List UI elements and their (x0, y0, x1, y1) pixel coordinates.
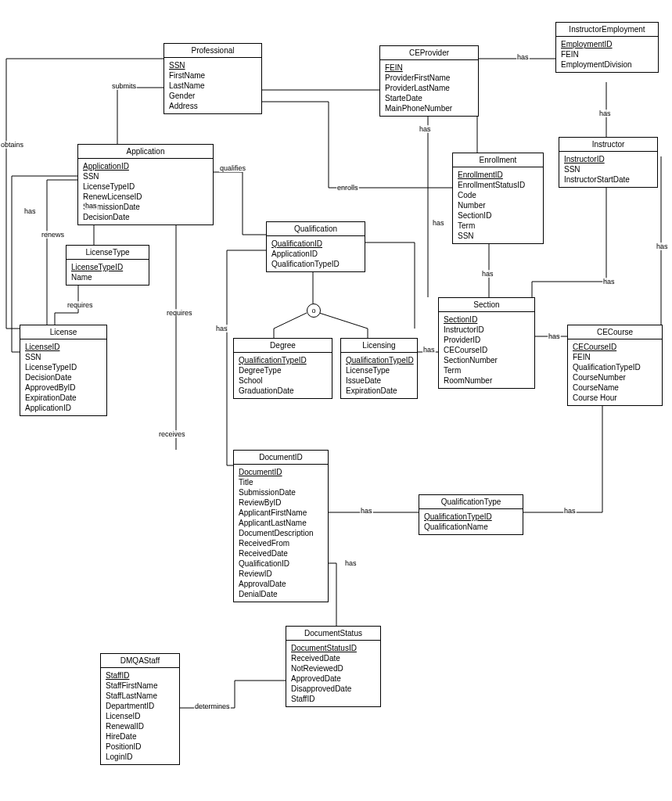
attr: QualificationTypeID (271, 259, 360, 269)
attr: LicenseTypeID (83, 181, 208, 192)
attr: Term (458, 221, 538, 231)
attr: InstructorStartDate (564, 174, 652, 185)
attr: LastName (169, 81, 257, 91)
attr: School (239, 375, 327, 386)
attr: Address (169, 101, 257, 111)
label-renews: renews (41, 231, 65, 239)
entity-documentid: DocumentID DocumentID Title SubmissionDa… (233, 450, 329, 602)
attr: ApprovalDate (239, 579, 323, 589)
attr: DepartmentID (106, 701, 174, 711)
entity-enrollment: Enrollment EnrollmentID EnrollmentStatus… (452, 153, 544, 244)
label-has: has (360, 507, 373, 515)
attr: ApplicantLastName (239, 518, 323, 528)
attr: DecisionDate (25, 372, 102, 383)
attr: DisapprovedDate (291, 684, 376, 694)
label-qualifies: qualifies (219, 164, 246, 172)
attr: ReviewByID (239, 497, 323, 508)
label-requires: requires (166, 309, 193, 317)
entity-title: Professional (164, 44, 261, 58)
attr: SubmissionDate (239, 487, 323, 497)
label-has: has (481, 270, 494, 278)
entity-title: Licensing (341, 339, 417, 353)
pk: ApplicationID (83, 161, 208, 171)
attr: ProviderID (444, 335, 530, 345)
entity-qualificationtype: QualificationType QualificationTypeID Qu… (419, 494, 523, 535)
isa-circle: o (307, 304, 321, 318)
attr: ProviderLastName (385, 83, 473, 93)
entity-title: Enrollment (453, 153, 543, 167)
label-has: has (548, 332, 561, 340)
entity-title: Section (439, 298, 534, 312)
entity-title: Instructor (559, 138, 657, 152)
label-has: has (23, 207, 37, 215)
attr: InstructorID (444, 325, 530, 335)
entity-degree: Degree QualificationTypeID DegreeType Sc… (233, 338, 332, 399)
entity-instructor: Instructor InstructorID SSN InstructorSt… (559, 137, 658, 188)
attr: ApprovedDate (291, 673, 376, 684)
pk: QualificationTypeID (346, 355, 412, 365)
attr: ApplicationID (271, 249, 360, 259)
attr: PositionID (106, 742, 174, 752)
entity-title: License (20, 325, 106, 339)
pk: LicenseID (25, 342, 102, 352)
label-obtains: obtains (0, 141, 24, 149)
attr: SubmissionDate (83, 202, 208, 212)
attr: DenialDate (239, 589, 323, 599)
pk: EnrollmentID (458, 170, 538, 180)
attr: ExpirationDate (25, 393, 102, 403)
pk: SSN (169, 60, 257, 70)
attr: ReviewID (239, 569, 323, 579)
pk: DocumentStatusID (291, 643, 376, 653)
attr: SSN (83, 171, 208, 181)
attr: DecisionDate (83, 212, 208, 222)
attr: FEIN (561, 49, 653, 59)
attr: DocumentDescription (239, 528, 323, 538)
attr: MainPhoneNumber (385, 103, 473, 113)
pk: EmploymentID (561, 39, 653, 49)
attr: SSN (564, 164, 652, 174)
attr: NotReviewedD (291, 663, 376, 673)
label-has: has (432, 219, 445, 227)
entity-documentstatus: DocumentStatus DocumentStatusID Received… (286, 626, 381, 707)
attr: ReceivedDate (239, 548, 323, 559)
entity-title: DocumentID (234, 451, 328, 465)
attr: CECourseID (444, 345, 530, 355)
attr: ApprovedByID (25, 383, 102, 393)
entity-title: CEProvider (380, 46, 478, 60)
pk: QualificationTypeID (239, 355, 327, 365)
attr: ProviderFirstName (385, 73, 473, 83)
label-has: has (598, 110, 612, 117)
label-has: has (344, 559, 358, 567)
label-has: has (516, 53, 530, 61)
attr: Term (444, 365, 530, 375)
pk: FEIN (385, 63, 473, 73)
label-enrolls: enrolls (336, 184, 359, 192)
entity-title: Degree (234, 339, 332, 353)
pk: QualificationTypeID (424, 512, 518, 522)
attr: LicenseTypeID (25, 362, 102, 372)
attr: FirstName (169, 70, 257, 81)
pk: InstructorID (564, 154, 652, 164)
pk: QualificationID (271, 239, 360, 249)
entity-title: LicenseType (66, 246, 149, 260)
attr: ReceivedDate (291, 653, 376, 663)
attr: FEIN (573, 352, 657, 362)
attr: SectionID (458, 210, 538, 221)
attr: EnrollmentStatusID (458, 180, 538, 190)
attr: ApplicantFirstName (239, 508, 323, 518)
pk: LicenseTypeID (71, 262, 144, 272)
attr: GraduationDate (239, 386, 327, 396)
attr: StaffFirstName (106, 681, 174, 691)
attr: Name (71, 272, 144, 282)
attr: ExpirationDate (346, 386, 412, 396)
entity-licensing: Licensing QualificationTypeID LicenseTyp… (340, 338, 418, 399)
attr: QualificationID (239, 559, 323, 569)
label-has: has (422, 346, 436, 354)
attr: SectionNumber (444, 355, 530, 365)
label-has: has (215, 325, 228, 332)
attr: ApplicationID (25, 403, 102, 413)
entity-title: InstructorEmployment (556, 23, 658, 37)
entity-dmqastaff: DMQAStaff StaffID StaffFirstName StaffLa… (100, 653, 180, 765)
attr: StaffID (291, 694, 376, 704)
label-submits: submits (111, 82, 137, 90)
